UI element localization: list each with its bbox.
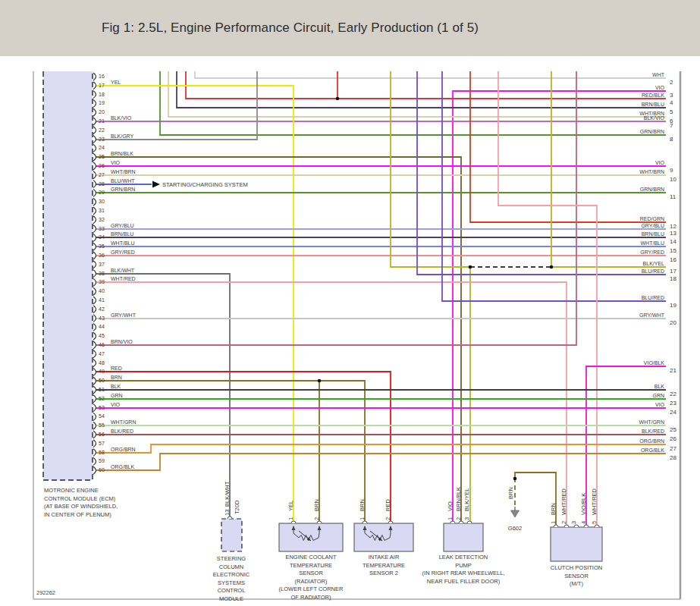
svg-text:BRN: BRN <box>313 499 320 511</box>
svg-text:NEAR FUEL FILLER DOOR): NEAR FUEL FILLER DOOR) <box>427 578 501 585</box>
svg-text:55: 55 <box>99 422 105 428</box>
svg-text:2: 2 <box>670 79 673 86</box>
svg-text:20: 20 <box>670 319 676 326</box>
intake-air-temp-sensor-2: 1BRN2REDINTAKE AIRTEMPERATURESENSOR 2 <box>354 499 413 576</box>
svg-text:22: 22 <box>99 127 105 133</box>
svg-text:ORG/BLK: ORG/BLK <box>111 464 134 469</box>
svg-text:BRN/BLU: BRN/BLU <box>642 231 664 237</box>
svg-text:GRN/BRN: GRN/BRN <box>111 187 135 192</box>
svg-text:34: 34 <box>99 234 105 240</box>
svg-text:PUMP: PUMP <box>455 562 472 569</box>
svg-text:51: 51 <box>99 387 105 392</box>
svg-text:SENSOR: SENSOR <box>299 570 323 576</box>
svg-text:27: 27 <box>99 172 105 177</box>
svg-text:STEERING: STEERING <box>217 555 246 562</box>
svg-text:53: 53 <box>99 405 105 410</box>
svg-text:SENSOR 2: SENSOR 2 <box>369 570 398 576</box>
svg-text:WHT/GRN: WHT/GRN <box>111 419 136 425</box>
svg-text:VIO: VIO <box>655 160 665 165</box>
svg-text:3: 3 <box>670 92 673 99</box>
svg-text:25: 25 <box>99 154 105 159</box>
svg-text:9: 9 <box>670 167 673 174</box>
svg-text:BRN: BRN <box>359 499 366 511</box>
svg-text:WHT/BRN: WHT/BRN <box>639 169 664 174</box>
svg-text:18: 18 <box>99 92 105 97</box>
svg-text:BRN/BLK: BRN/BLK <box>111 151 133 156</box>
svg-text:29: 29 <box>99 190 105 195</box>
svg-text:BLU/RED: BLU/RED <box>642 295 664 300</box>
svg-text:32: 32 <box>99 217 105 222</box>
svg-text:BRN/BLU: BRN/BLU <box>642 102 664 107</box>
svg-text:2: 2 <box>313 517 320 520</box>
svg-text:43: 43 <box>99 316 105 321</box>
svg-text:ORG/BRN: ORG/BRN <box>639 438 664 444</box>
svg-text:ELECTRONIC: ELECTRONIC <box>213 571 250 578</box>
svg-text:STARTING/CHARGING SYSTEM: STARTING/CHARGING SYSTEM <box>162 181 248 188</box>
svg-text:BRN: BRN <box>111 375 122 380</box>
svg-text:GRY/RED: GRY/RED <box>111 250 135 255</box>
svg-text:60: 60 <box>99 467 105 473</box>
svg-text:BLK/RED: BLK/RED <box>111 429 133 434</box>
svg-text:MOTRONIC ENGINE: MOTRONIC ENGINE <box>44 487 99 494</box>
wire-pin25-pump-pin2 <box>96 157 461 522</box>
svg-text:GRY/WHT: GRY/WHT <box>111 312 137 318</box>
wire-clutch-pin5 <box>498 71 597 526</box>
svg-text:57: 57 <box>99 441 105 446</box>
svg-text:SENSOR: SENSOR <box>564 573 589 579</box>
footer-diagram-id: 292262 <box>36 589 55 596</box>
junction-dot <box>336 97 340 101</box>
svg-text:ORG/BLK: ORG/BLK <box>641 447 664 453</box>
svg-text:BRN: BRN <box>507 487 514 499</box>
wire-clutch-pin1-gnd <box>515 473 556 526</box>
svg-text:INTAKE AIR: INTAKE AIR <box>369 554 400 560</box>
svg-text:LEAK DETECTION: LEAK DETECTION <box>439 554 488 560</box>
svg-text:VIO: VIO <box>111 402 121 407</box>
svg-text:G602: G602 <box>508 525 522 532</box>
svg-text:ORG/BRN: ORG/BRN <box>111 447 136 452</box>
svg-text:TEMPERATURE: TEMPERATURE <box>363 562 405 569</box>
svg-text:2: 2 <box>560 521 567 524</box>
svg-text:(LOWER LEFT CORNER: (LOWER LEFT CORNER <box>279 586 344 592</box>
svg-text:1: 1 <box>447 517 454 520</box>
svg-text:17: 17 <box>99 83 105 88</box>
wire-pin60-row28 <box>96 454 666 470</box>
svg-text:4: 4 <box>580 521 587 524</box>
steering-column-module: 13BLK/WHTT20DSTEERINGCOLUMNELECTRONICSYS… <box>213 481 250 601</box>
svg-text:BLK: BLK <box>654 384 665 389</box>
svg-text:BRN: BRN <box>550 503 557 515</box>
svg-text:26: 26 <box>99 163 105 168</box>
svg-text:26: 26 <box>670 435 676 442</box>
svg-text:WHT/GRN: WHT/GRN <box>639 419 664 425</box>
svg-text:13: 13 <box>670 230 676 237</box>
wiring-diagram-canvas: MOTRONIC ENGINECONTROL MODULE (ECM)(AT B… <box>0 0 700 606</box>
svg-text:VIO: VIO <box>655 402 665 407</box>
wire-pin58-row27 <box>96 444 666 453</box>
svg-text:54: 54 <box>99 413 105 419</box>
svg-text:20: 20 <box>99 109 105 115</box>
wire-row5-brn-blu <box>177 71 666 108</box>
svg-text:GRN: GRN <box>652 393 664 398</box>
svg-text:27: 27 <box>670 445 676 452</box>
svg-text:2: 2 <box>385 517 391 520</box>
svg-text:42: 42 <box>99 306 105 312</box>
svg-text:CONTROL MODULE (ECM): CONTROL MODULE (ECM) <box>44 495 116 502</box>
svg-text:VIO: VIO <box>111 160 121 165</box>
svg-text:58: 58 <box>99 450 105 455</box>
clutch-position-sensor: 1BRN2WHT/RED34VIO/BLK5WHT/REDCLUTCH POSI… <box>550 488 602 587</box>
wire-row3-vio-pump-pin1 <box>453 91 666 522</box>
svg-text:WHT/BLU: WHT/BLU <box>111 240 135 246</box>
wire-pin50-sensors-brn <box>96 381 365 522</box>
svg-text:VIO: VIO <box>655 85 665 90</box>
svg-text:(IN RIGHT REAR WHEELWELL,: (IN RIGHT REAR WHEELWELL, <box>422 570 505 576</box>
wire-row12-red-grn <box>470 71 666 222</box>
junction-dot <box>513 477 517 481</box>
svg-text:GRN/BRN: GRN/BRN <box>640 129 664 134</box>
svg-text:BLK: BLK <box>111 384 121 389</box>
svg-text:14: 14 <box>670 238 676 245</box>
svg-text:GRY/BLU: GRY/BLU <box>641 223 664 228</box>
svg-text:292262: 292262 <box>36 589 55 596</box>
svg-text:GRN: GRN <box>111 393 123 398</box>
svg-text:1: 1 <box>550 521 557 524</box>
svg-text:RED/GRN: RED/GRN <box>640 216 664 221</box>
svg-text:WHT/RED: WHT/RED <box>111 276 136 281</box>
